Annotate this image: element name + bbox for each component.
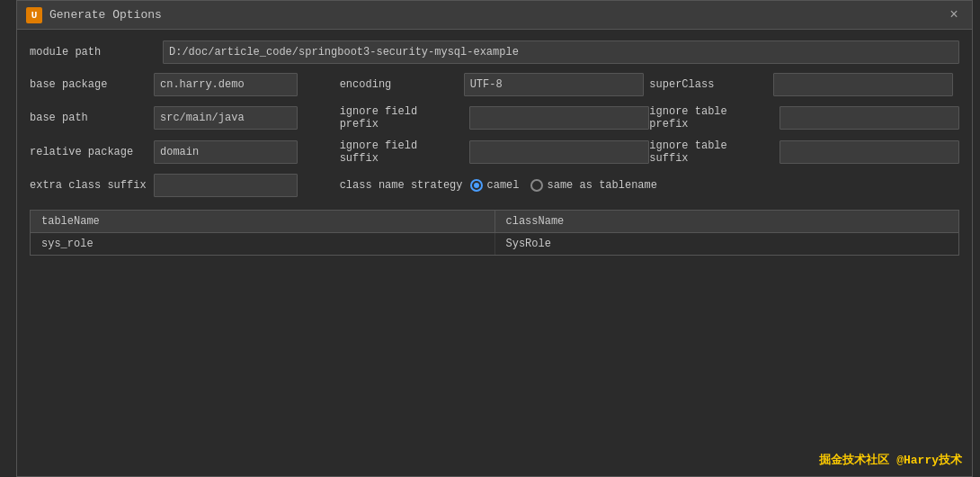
row4: extra class suffix class name strategy c… xyxy=(30,174,959,197)
dialog-title: Generate Options xyxy=(49,8,945,22)
ignore-field-prefix-input[interactable] xyxy=(469,106,649,130)
col-tablename-header: tableName xyxy=(31,211,495,232)
encoding-label: encoding xyxy=(340,78,457,91)
ignore-table-prefix-input[interactable] xyxy=(780,106,959,130)
module-path-label: module path xyxy=(30,46,156,58)
radio-same-as-tablename[interactable]: same as tablename xyxy=(530,179,657,192)
table-row[interactable]: sys_role SysRole xyxy=(31,233,958,255)
module-path-input[interactable] xyxy=(163,40,959,64)
relative-package-cell: relative package xyxy=(30,140,340,164)
radio-group: camel same as tablename xyxy=(470,179,657,192)
super-class-input[interactable] xyxy=(773,73,953,96)
dialog-body: module path base package encoding superC… xyxy=(17,30,972,476)
ignore-field-suffix-label: ignore field suffix xyxy=(340,140,463,165)
ignore-table-prefix-cell: ignore table prefix xyxy=(649,105,959,130)
ignore-field-prefix-cell: ignore field prefix xyxy=(340,105,650,130)
row2: base path ignore field prefix ignore tab… xyxy=(30,105,959,130)
super-class-cell: superClass xyxy=(649,73,959,96)
radio-same-indicator xyxy=(530,179,543,192)
ignore-table-prefix-label: ignore table prefix xyxy=(649,105,772,130)
super-class-label: superClass xyxy=(649,78,766,91)
class-table: tableName className sys_role SysRole xyxy=(30,210,959,256)
ignore-table-suffix-cell: ignore table suffix xyxy=(649,140,959,165)
app-icon: U xyxy=(26,7,42,23)
ignore-table-suffix-input[interactable] xyxy=(780,140,959,164)
ignore-field-prefix-label: ignore field prefix xyxy=(340,105,463,130)
base-path-label: base path xyxy=(30,112,147,124)
base-package-input[interactable] xyxy=(154,73,298,96)
title-bar: U Generate Options × xyxy=(17,1,972,30)
class-name-strategy-cell: class name strategy camel same as tablen… xyxy=(340,179,959,192)
cell-tablename: sys_role xyxy=(31,233,495,255)
radio-same-label: same as tablename xyxy=(548,179,657,192)
radio-camel[interactable]: camel xyxy=(470,179,520,192)
base-path-input[interactable] xyxy=(154,106,298,130)
relative-package-label: relative package xyxy=(30,146,147,158)
col-classname-header: className xyxy=(495,211,959,232)
radio-camel-indicator xyxy=(470,179,483,192)
cell-classname: SysRole xyxy=(495,233,959,255)
ignore-field-suffix-cell: ignore field suffix xyxy=(340,140,650,165)
row3: relative package ignore field suffix ign… xyxy=(30,140,959,165)
extra-class-suffix-cell: extra class suffix xyxy=(30,174,340,197)
base-package-cell: base package xyxy=(30,73,340,96)
outer-background: U Generate Options × module path base pa… xyxy=(0,0,980,477)
ignore-field-suffix-input[interactable] xyxy=(469,140,649,164)
ignore-table-suffix-label: ignore table suffix xyxy=(649,140,772,165)
base-package-label: base package xyxy=(30,78,147,91)
row1: base package encoding superClass xyxy=(30,73,959,96)
encoding-cell: encoding xyxy=(340,73,650,96)
module-path-row: module path xyxy=(30,40,959,64)
encoding-input[interactable] xyxy=(464,73,644,96)
base-path-cell: base path xyxy=(30,106,340,130)
extra-class-suffix-label: extra class suffix xyxy=(30,179,147,192)
class-name-strategy-label: class name strategy xyxy=(340,179,463,192)
radio-camel-label: camel xyxy=(487,179,520,192)
dialog-container: U Generate Options × module path base pa… xyxy=(16,0,973,477)
relative-package-input[interactable] xyxy=(154,140,298,164)
watermark: 掘金技术社区 @Harry技术 xyxy=(819,452,962,468)
extra-class-suffix-input[interactable] xyxy=(154,174,298,197)
table-header: tableName className xyxy=(31,211,958,233)
close-button[interactable]: × xyxy=(945,6,963,24)
